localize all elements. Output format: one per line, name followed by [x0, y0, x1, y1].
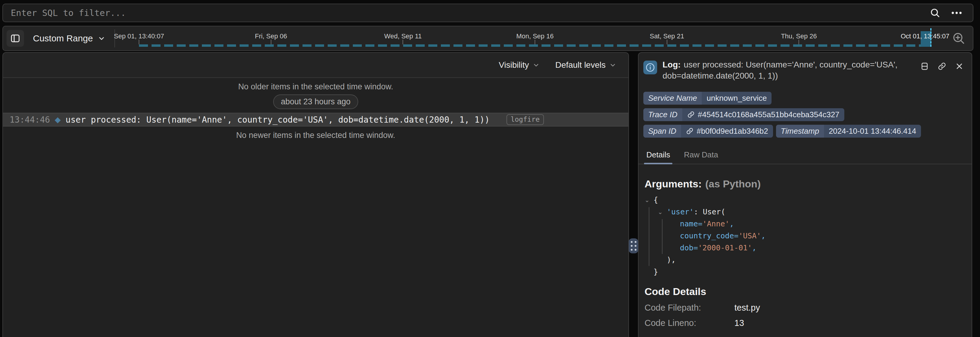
- timeline-tick-label: Mon, Sep 16: [516, 32, 554, 40]
- log-row[interactable]: 13:44:46 ◆ user processed: User(name='An…: [3, 113, 628, 126]
- badge-label: Service Name: [643, 92, 702, 105]
- log-tag-badge: logfire: [506, 114, 544, 125]
- indent-guide: [662, 219, 662, 254]
- code-token: ,: [730, 219, 734, 228]
- timeline-tick-label: Oct 01, 13:45:07: [900, 32, 950, 40]
- timeline-tick-label: Thu, Sep 26: [781, 32, 817, 40]
- no-older-items-message: No older items in the selected time wind…: [3, 78, 628, 91]
- arguments-heading-suffix: (as Python): [705, 178, 761, 190]
- tab-details[interactable]: Details: [646, 150, 670, 164]
- chevron-down-icon: [98, 35, 105, 42]
- code-line: }: [644, 266, 964, 278]
- metadata-badges: Service Nameunknown_serviceTrace ID#4545…: [638, 81, 972, 137]
- code-line: country_code='USA',: [644, 230, 964, 242]
- code-details-label: Code Filepath:: [644, 303, 734, 313]
- badge-label: Timestamp: [776, 125, 824, 137]
- details-title-message: user processed: User(name='Anne', countr…: [662, 60, 897, 80]
- code-line: name='Anne',: [644, 218, 964, 230]
- metadata-badge-service-name: Service Nameunknown_service: [643, 92, 772, 105]
- link-icon: [687, 111, 695, 118]
- badge-value-text: unknown_service: [706, 94, 767, 103]
- code-token: 'Anne': [702, 219, 729, 228]
- code-details-value: test.py: [734, 303, 760, 313]
- time-range-label: Custom Range: [33, 33, 93, 43]
- arguments-heading: Arguments:(as Python): [644, 178, 964, 190]
- code-token: 'user': [667, 208, 694, 216]
- code-details-rows: Code Filepath:test.pyCode Lineno:13: [644, 303, 964, 328]
- details-content: Arguments:(as Python) ⌄{⌄'user': User(na…: [638, 178, 972, 337]
- sql-filter-bar: [2, 3, 974, 22]
- badge-label: Trace ID: [643, 108, 682, 121]
- code-details-value: 13: [734, 318, 744, 328]
- visibility-dropdown[interactable]: Visibility: [499, 60, 540, 70]
- log-list-panel: Visibility Default levels No older items…: [2, 52, 629, 337]
- collapse-caret-icon[interactable]: ⌄: [658, 208, 667, 216]
- more-menu-icon[interactable]: [951, 8, 963, 18]
- code-token: dob=: [680, 243, 698, 252]
- copy-link-icon[interactable]: [937, 62, 947, 71]
- tab-raw-data[interactable]: Raw Data: [684, 150, 718, 164]
- code-line: ),: [644, 254, 964, 266]
- badge-value-text: 2024-10-01 13:44:46.414: [829, 126, 916, 136]
- sidebar-toggle-button[interactable]: [6, 30, 24, 47]
- timeline-tick-mark: [139, 40, 139, 45]
- code-token: ),: [667, 256, 676, 264]
- log-level-diamond-icon: ◆: [55, 115, 61, 124]
- log-details-panel: Log:user processed: User(name='Anne', co…: [638, 52, 972, 337]
- link-icon: [686, 127, 694, 135]
- sql-filter-input[interactable]: [3, 8, 930, 18]
- info-level-icon: [643, 61, 657, 74]
- code-details-row: Code Lineno:13: [644, 318, 964, 328]
- metadata-badge-timestamp: Timestamp2024-10-01 13:44:46.414: [776, 125, 921, 137]
- filter-bar-icons: [930, 8, 973, 18]
- code-token: User(: [703, 208, 725, 216]
- default-levels-dropdown[interactable]: Default levels: [555, 60, 616, 70]
- badge-value-text: #b0f0d9ed1ab346b2: [697, 126, 768, 136]
- arguments-code-block: ⌄{⌄'user': User(name='Anne',country_code…: [644, 194, 964, 278]
- time-range-select[interactable]: Custom Range: [24, 33, 115, 43]
- visibility-label: Visibility: [499, 60, 529, 70]
- chevron-down-icon: [609, 61, 616, 69]
- collapse-caret-icon[interactable]: ⌄: [644, 196, 654, 204]
- zoom-in-icon[interactable]: [952, 32, 966, 45]
- code-token: '2000-01-01': [698, 243, 752, 252]
- timeline-selection-edge[interactable]: [930, 28, 931, 47]
- time-ago-badge: about 23 hours ago: [273, 94, 358, 109]
- metadata-badge-trace-id[interactable]: Trace ID#454514c0168a455a51bb4ceba354c32…: [643, 108, 844, 121]
- search-icon[interactable]: [930, 8, 940, 18]
- log-timestamp: 13:44:46: [10, 115, 50, 125]
- chevron-down-icon: [533, 61, 540, 69]
- panel-left-icon: [10, 33, 21, 44]
- code-line: ⌄{: [644, 194, 964, 206]
- badge-value: #b0f0d9ed1ab346b2: [681, 125, 773, 137]
- code-token: name=: [680, 219, 702, 228]
- timeline-tick-label: Sat, Sep 21: [650, 32, 684, 40]
- splitter-drag-handle[interactable]: [629, 238, 638, 253]
- timeline-tick-label: Sep 01, 13:40:07: [114, 32, 164, 40]
- time-range-bar: Custom Range Sep 01, 13:40:07Fri, Sep 06…: [2, 26, 974, 51]
- badge-label: Span ID: [643, 125, 681, 137]
- badge-value: unknown_service: [702, 92, 772, 105]
- close-icon[interactable]: [955, 62, 964, 71]
- code-token: :: [694, 208, 703, 216]
- timeline-tick-mark: [667, 40, 667, 45]
- list-toolbar: Visibility Default levels: [3, 53, 628, 78]
- log-message: user processed: User(name='Anne', countr…: [65, 115, 490, 125]
- code-token: ,: [761, 232, 765, 240]
- timeline-tick-mark: [535, 40, 535, 45]
- indent-guide: [649, 207, 649, 266]
- split-view-icon[interactable]: [920, 62, 929, 71]
- details-title-prefix: Log:: [662, 60, 681, 69]
- timeline-tick-label: Fri, Sep 06: [255, 32, 287, 40]
- timeline-tick-label: Wed, Sep 11: [384, 32, 422, 40]
- code-details-heading: Code Details: [644, 286, 964, 297]
- code-line: dob='2000-01-01',: [644, 242, 964, 254]
- code-details-row: Code Filepath:test.py: [644, 303, 964, 313]
- no-newer-items-message: No newer items in the selected time wind…: [3, 131, 628, 140]
- timeline-dashed-line: [139, 45, 931, 47]
- timeline-tick-mark: [799, 40, 799, 45]
- timeline-track[interactable]: Sep 01, 13:40:07Fri, Sep 06Wed, Sep 11Mo…: [139, 26, 931, 50]
- details-header: Log:user processed: User(name='Anne', co…: [638, 53, 972, 81]
- details-actions: [920, 59, 964, 71]
- metadata-badge-span-id[interactable]: Span ID#b0f0d9ed1ab346b2: [643, 125, 773, 137]
